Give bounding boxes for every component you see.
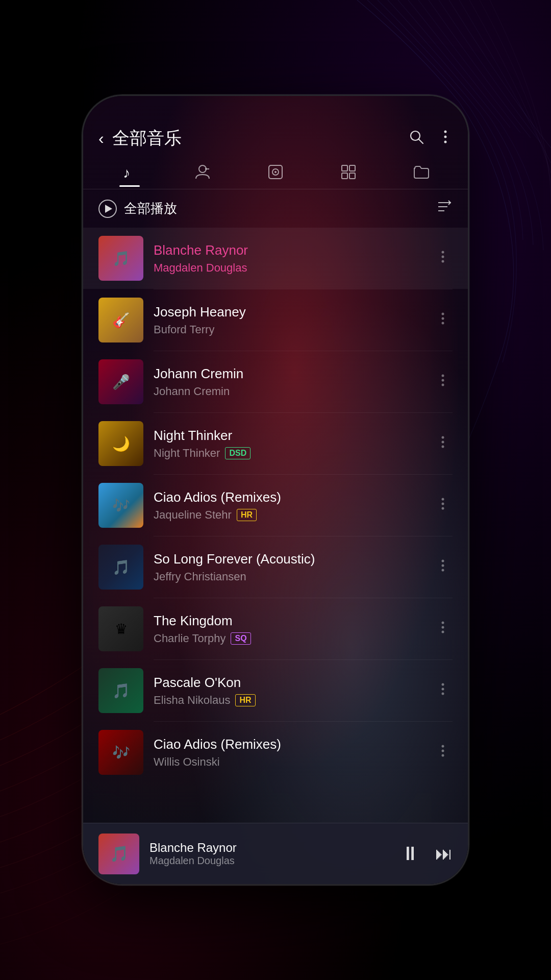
song-artist-row: Willis Osinski: [154, 755, 423, 769]
svg-point-2: [444, 130, 447, 133]
svg-rect-13: [342, 173, 347, 179]
svg-point-25: [442, 379, 444, 381]
song-item-8[interactable]: 🎵 Pascale O'Kon Elisha Nikolaus HR: [83, 660, 468, 721]
song-more-button-3[interactable]: [433, 369, 453, 395]
tab-songs[interactable]: ♪: [111, 159, 148, 185]
page-title: 全部音乐: [112, 127, 409, 150]
sort-button[interactable]: [436, 199, 453, 218]
svg-point-40: [442, 688, 444, 690]
song-artist: Jaqueline Stehr: [154, 508, 232, 522]
header: ‹ 全部音乐: [83, 121, 468, 159]
now-playing-bar[interactable]: 🎵 Blanche Raynor Magdalen Douglas ⏸ ⏭: [83, 823, 468, 884]
more-button[interactable]: [438, 130, 453, 148]
svg-point-41: [442, 692, 444, 695]
song-artist-row: Magdalen Douglas: [154, 261, 423, 275]
status-bar: [83, 96, 468, 121]
song-more-button-6[interactable]: [433, 554, 453, 580]
song-artist: Jeffry Christiansen: [154, 570, 246, 583]
song-item-6[interactable]: 🎵 So Long Forever (Acoustic) Jeffry Chri…: [83, 536, 468, 598]
song-info-6: So Long Forever (Acoustic) Jeffry Christ…: [154, 551, 423, 583]
song-thumb-4: 🌙: [98, 421, 143, 466]
play-circle-icon: [98, 200, 117, 218]
phone-wrapper: ‹ 全部音乐: [82, 94, 469, 886]
song-artist-row: Elisha Nikolaus HR: [154, 694, 423, 707]
song-thumb-6: 🎵: [98, 545, 143, 590]
svg-point-4: [444, 140, 447, 143]
song-thumb-5: 🎶: [98, 483, 143, 528]
song-more-button-1[interactable]: [433, 246, 453, 272]
skip-button[interactable]: ⏭: [435, 844, 453, 864]
play-triangle-icon: [105, 205, 112, 213]
song-item-5[interactable]: 🎶 Ciao Adios (Remixes) Jaqueline Stehr H…: [83, 475, 468, 536]
play-all-button[interactable]: 全部播放: [98, 200, 436, 218]
song-artist: Night Thinker: [154, 447, 220, 460]
song-more-button-4[interactable]: [433, 431, 453, 457]
search-button[interactable]: [409, 129, 424, 148]
song-info-7: The Kingdom Charlie Torphy SQ: [154, 613, 423, 645]
song-title: The Kingdom: [154, 613, 423, 629]
phone-shell: ‹ 全部音乐: [82, 94, 469, 886]
song-item-1[interactable]: 🎵 Blanche Raynor Magdalen Douglas: [83, 228, 468, 289]
play-all-label: 全部播放: [124, 200, 177, 217]
svg-point-29: [442, 445, 444, 448]
now-playing-info: Blanche Raynor Magdalen Douglas: [149, 841, 390, 867]
song-item-2[interactable]: 🎸 Joseph Heaney Buford Terry: [83, 289, 468, 351]
song-artist: Elisha Nikolaus: [154, 694, 230, 707]
song-thumb-9: 🎶: [98, 730, 143, 775]
song-thumb-3: 🎤: [98, 359, 143, 404]
quality-badge: SQ: [231, 632, 251, 645]
song-info-8: Pascale O'Kon Elisha Nikolaus HR: [154, 675, 423, 707]
back-button[interactable]: ‹: [98, 129, 104, 148]
svg-point-6: [199, 165, 206, 173]
svg-point-3: [444, 135, 447, 138]
song-info-3: Johann Cremin Johann Cremin: [154, 366, 423, 398]
song-more-button-5[interactable]: [433, 493, 453, 519]
svg-point-21: [442, 312, 444, 315]
song-thumb-1: 🎵: [98, 236, 143, 281]
pause-button[interactable]: ⏸: [400, 843, 420, 865]
svg-point-20: [442, 260, 444, 262]
song-title: Ciao Adios (Remixes): [154, 737, 423, 752]
svg-point-24: [442, 374, 444, 377]
quality-badge: HR: [235, 694, 255, 706]
song-thumb-7: ♛: [98, 606, 143, 651]
song-more-button-2[interactable]: [433, 307, 453, 333]
phone-content: ‹ 全部音乐: [83, 96, 468, 884]
song-artist: Charlie Torphy: [154, 632, 226, 645]
song-more-button-7[interactable]: [433, 616, 453, 642]
svg-point-35: [442, 569, 444, 571]
svg-point-32: [442, 507, 444, 509]
svg-rect-12: [349, 165, 355, 171]
now-playing-artist: Magdalen Douglas: [149, 855, 390, 867]
nav-tabs: ♪: [83, 159, 468, 189]
svg-point-30: [442, 498, 444, 500]
song-more-button-8[interactable]: [433, 678, 453, 704]
svg-point-27: [442, 436, 444, 438]
song-title: Pascale O'Kon: [154, 675, 423, 691]
now-playing-title: Blanche Raynor: [149, 841, 390, 855]
now-playing-thumb: 🎵: [98, 834, 139, 874]
song-title: Blanche Raynor: [154, 242, 423, 258]
song-item-3[interactable]: 🎤 Johann Cremin Johann Cremin: [83, 351, 468, 412]
song-item-9[interactable]: 🎶 Ciao Adios (Remixes) Willis Osinski: [83, 722, 468, 783]
tab-folders[interactable]: [403, 159, 440, 185]
svg-point-22: [442, 317, 444, 320]
song-item-4[interactable]: 🌙 Night Thinker Night Thinker DSD: [83, 413, 468, 474]
song-title: Night Thinker: [154, 428, 423, 444]
song-more-button-9[interactable]: [433, 740, 453, 766]
song-artist-row: Jeffry Christiansen: [154, 570, 423, 583]
svg-rect-14: [349, 173, 355, 179]
svg-point-28: [442, 440, 444, 443]
tab-artists[interactable]: [184, 159, 221, 185]
header-icons: [409, 129, 453, 148]
svg-point-31: [442, 502, 444, 505]
song-title: Ciao Adios (Remixes): [154, 489, 423, 505]
svg-point-10: [274, 171, 277, 173]
song-item-7[interactable]: ♛ The Kingdom Charlie Torphy SQ: [83, 598, 468, 659]
tab-albums[interactable]: [257, 159, 294, 185]
song-artist-row: Jaqueline Stehr HR: [154, 508, 423, 522]
song-artist: Magdalen Douglas: [154, 261, 247, 275]
song-thumb-8: 🎵: [98, 668, 143, 713]
song-title: Johann Cremin: [154, 366, 423, 382]
tab-playlists[interactable]: [330, 159, 367, 185]
